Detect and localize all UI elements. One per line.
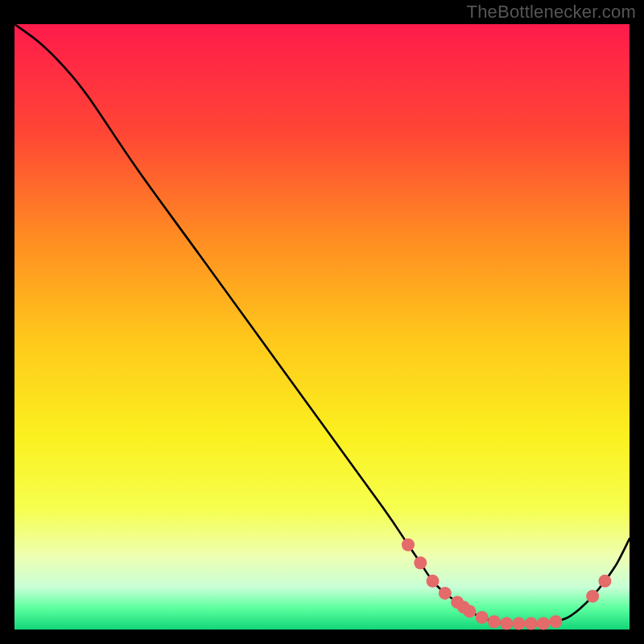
marker-dot <box>402 539 415 551</box>
marker-dot <box>549 615 562 628</box>
marker-dot <box>512 617 525 630</box>
marker-dot <box>439 587 452 600</box>
watermark-text: TheBottlenecker.com <box>467 2 636 23</box>
marker-dot <box>500 617 513 630</box>
marker-dot <box>586 590 599 603</box>
marker-dot <box>427 575 440 588</box>
marker-dot <box>537 617 550 630</box>
marker-dot <box>463 605 476 617</box>
plot-background <box>14 24 630 630</box>
chart-svg <box>0 0 644 644</box>
marker-dot <box>525 617 538 630</box>
marker-dot <box>598 575 611 588</box>
marker-dot <box>476 611 489 624</box>
chart-container: TheBottlenecker.com <box>0 0 644 644</box>
marker-dot <box>414 556 427 569</box>
marker-dot <box>488 615 501 628</box>
